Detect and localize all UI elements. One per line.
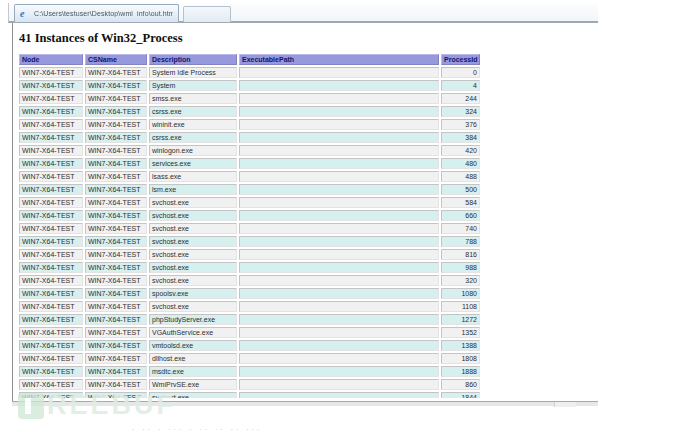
cell-csname: WIN7-X64-TEST bbox=[85, 80, 147, 91]
cell-executablepath bbox=[239, 327, 439, 338]
horizontal-scrollbar[interactable] bbox=[12, 401, 598, 406]
cell-description: svchost.exe bbox=[149, 210, 237, 221]
cell-csname: WIN7-X64-TEST bbox=[85, 210, 147, 221]
ie-favicon-icon: e bbox=[20, 9, 30, 19]
cell-csname: WIN7-X64-TEST bbox=[85, 119, 147, 130]
browser-tab[interactable]: e C:\Users\testuser\Desktop\wmi_info\out… bbox=[14, 4, 179, 22]
table-row: WIN7-X64-TEST WIN7-X64-TEST vmtoolsd.exe… bbox=[19, 340, 480, 351]
cell-csname: WIN7-X64-TEST bbox=[85, 314, 147, 325]
cell-description: svchost.exe bbox=[149, 223, 237, 234]
table-row: WIN7-X64-TEST WIN7-X64-TEST System Idle … bbox=[19, 67, 480, 78]
cell-processid: 584 bbox=[441, 197, 480, 208]
cell-description: vmtoolsd.exe bbox=[149, 340, 237, 351]
table-row: WIN7-X64-TEST WIN7-X64-TEST svchost.exe … bbox=[19, 275, 480, 286]
cell-processid: 988 bbox=[441, 262, 480, 273]
cell-node: WIN7-X64-TEST bbox=[19, 236, 83, 247]
cell-processid: 320 bbox=[441, 275, 480, 286]
cell-description: System Idle Process bbox=[149, 67, 237, 78]
cell-node: WIN7-X64-TEST bbox=[19, 301, 83, 312]
cell-csname: WIN7-X64-TEST bbox=[85, 132, 147, 143]
browser-tab-bar: e C:\Users\testuser\Desktop\wmi_info\out… bbox=[8, 3, 598, 23]
cell-description: svchost.exe bbox=[149, 262, 237, 273]
cell-processid: 376 bbox=[441, 119, 480, 130]
cell-processid: 1388 bbox=[441, 340, 480, 351]
cell-description: svchost.exe bbox=[149, 249, 237, 260]
table-row: WIN7-X64-TEST WIN7-X64-TEST csrss.exe 38… bbox=[19, 132, 480, 143]
cell-executablepath bbox=[239, 275, 439, 286]
cell-executablepath bbox=[239, 301, 439, 312]
table-row: WIN7-X64-TEST WIN7-X64-TEST svchost.exe … bbox=[19, 197, 480, 208]
cell-node: WIN7-X64-TEST bbox=[19, 171, 83, 182]
cell-description: spoolsv.exe bbox=[149, 288, 237, 299]
cell-executablepath bbox=[239, 158, 439, 169]
table-row: WIN7-X64-TEST WIN7-X64-TEST svchost.exe … bbox=[19, 210, 480, 221]
cell-csname: WIN7-X64-TEST bbox=[85, 275, 147, 286]
cell-executablepath bbox=[239, 262, 439, 273]
cell-executablepath bbox=[239, 132, 439, 143]
cell-node: WIN7-X64-TEST bbox=[19, 119, 83, 130]
column-header-csname: CSName bbox=[85, 54, 147, 65]
cell-description: services.exe bbox=[149, 158, 237, 169]
cell-description: svchost.exe bbox=[149, 236, 237, 247]
table-row: WIN7-X64-TEST WIN7-X64-TEST svchost.exe … bbox=[19, 223, 480, 234]
cell-csname: WIN7-X64-TEST bbox=[85, 158, 147, 169]
cell-csname: WIN7-X64-TEST bbox=[85, 93, 147, 104]
clipped-caption-text: · ·· · ··· · ·· ·· ·· ··· bbox=[132, 426, 332, 432]
cell-description: msdtc.exe bbox=[149, 366, 237, 377]
cell-node: WIN7-X64-TEST bbox=[19, 275, 83, 286]
cell-processid: 1888 bbox=[441, 366, 480, 377]
cell-description: lsass.exe bbox=[149, 171, 237, 182]
cell-node: WIN7-X64-TEST bbox=[19, 158, 83, 169]
table-row: WIN7-X64-TEST WIN7-X64-TEST svchost.exe … bbox=[19, 262, 480, 273]
cell-csname: WIN7-X64-TEST bbox=[85, 223, 147, 234]
cell-executablepath bbox=[239, 379, 439, 390]
cell-description: phpStudyServer.exe bbox=[149, 314, 237, 325]
cell-csname: WIN7-X64-TEST bbox=[85, 288, 147, 299]
cell-processid: 0 bbox=[441, 67, 480, 78]
cell-description: System bbox=[149, 80, 237, 91]
new-tab-button[interactable] bbox=[183, 6, 231, 22]
cell-csname: WIN7-X64-TEST bbox=[85, 340, 147, 351]
cell-csname: WIN7-X64-TEST bbox=[85, 171, 147, 182]
cell-csname: WIN7-X64-TEST bbox=[85, 379, 147, 390]
cell-csname: WIN7-X64-TEST bbox=[85, 106, 147, 117]
table-row: WIN7-X64-TEST WIN7-X64-TEST System 4 bbox=[19, 80, 480, 91]
cell-executablepath bbox=[239, 340, 439, 351]
cell-description: wininit.exe bbox=[149, 119, 237, 130]
cell-description: svchost.exe bbox=[149, 301, 237, 312]
cell-node: WIN7-X64-TEST bbox=[19, 353, 83, 364]
cell-processid: 788 bbox=[441, 236, 480, 247]
cell-node: WIN7-X64-TEST bbox=[19, 249, 83, 260]
cell-executablepath bbox=[239, 392, 439, 398]
table-row: WIN7-X64-TEST WIN7-X64-TEST svchost.exe … bbox=[19, 301, 480, 312]
table-row: WIN7-X64-TEST WIN7-X64-TEST svchost.exe … bbox=[19, 392, 480, 398]
cell-csname: WIN7-X64-TEST bbox=[85, 236, 147, 247]
cell-node: WIN7-X64-TEST bbox=[19, 262, 83, 273]
cell-csname: WIN7-X64-TEST bbox=[85, 301, 147, 312]
win32-process-table: NodeCSNameDescriptionExecutablePathProce… bbox=[17, 52, 482, 398]
tab-title: C:\Users\testuser\Desktop\wmi_info\out.h… bbox=[34, 10, 173, 17]
cell-executablepath bbox=[239, 80, 439, 91]
cell-processid: 860 bbox=[441, 379, 480, 390]
cell-executablepath bbox=[239, 223, 439, 234]
cell-csname: WIN7-X64-TEST bbox=[85, 353, 147, 364]
cell-processid: 1108 bbox=[441, 301, 480, 312]
cell-processid: 740 bbox=[441, 223, 480, 234]
cell-node: WIN7-X64-TEST bbox=[19, 210, 83, 221]
cell-node: WIN7-X64-TEST bbox=[19, 366, 83, 377]
cell-description: csrss.exe bbox=[149, 132, 237, 143]
cell-processid: 816 bbox=[441, 249, 480, 260]
cell-executablepath bbox=[239, 366, 439, 377]
cell-node: WIN7-X64-TEST bbox=[19, 184, 83, 195]
cell-node: WIN7-X64-TEST bbox=[19, 145, 83, 156]
cell-executablepath bbox=[239, 145, 439, 156]
cell-node: WIN7-X64-TEST bbox=[19, 314, 83, 325]
cell-csname: WIN7-X64-TEST bbox=[85, 197, 147, 208]
cell-processid: 480 bbox=[441, 158, 480, 169]
cell-node: WIN7-X64-TEST bbox=[19, 93, 83, 104]
cell-csname: WIN7-X64-TEST bbox=[85, 392, 147, 398]
table-row: WIN7-X64-TEST WIN7-X64-TEST msdtc.exe 18… bbox=[19, 366, 480, 377]
cell-executablepath bbox=[239, 353, 439, 364]
table-row: WIN7-X64-TEST WIN7-X64-TEST phpStudyServ… bbox=[19, 314, 480, 325]
cell-processid: 488 bbox=[441, 171, 480, 182]
